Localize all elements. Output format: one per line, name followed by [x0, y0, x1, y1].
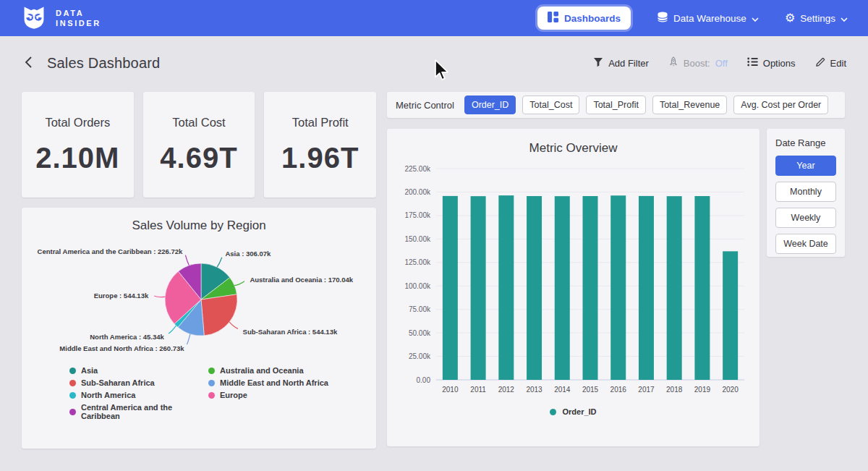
- kpi-row: Total Orders2.10MTotal Cost4.69TTotal Pr…: [22, 92, 376, 198]
- list-icon: [747, 57, 758, 69]
- bar-2019[interactable]: [694, 196, 710, 380]
- chevron-down-icon: [841, 13, 848, 24]
- y-tick-label: 150.00k: [404, 235, 431, 243]
- kpi-value: 2.10M: [35, 142, 119, 174]
- bar-2013[interactable]: [527, 196, 542, 380]
- y-tick-label: 125.00k: [404, 258, 431, 266]
- bar-2016[interactable]: [610, 195, 626, 380]
- pie-chart-title: Sales Volume by Region: [22, 218, 376, 233]
- pie-slice-sub-saharan-africa[interactable]: [201, 294, 237, 336]
- settings-label: Settings: [800, 13, 835, 24]
- bar-2018[interactable]: [667, 196, 682, 380]
- legend-dot: [69, 368, 76, 374]
- pie-label-sub-saharan-africa: Sub-Saharan Africa : 544.13k: [243, 328, 338, 336]
- options-button[interactable]: Options: [747, 57, 796, 69]
- database-icon: [657, 12, 668, 25]
- y-tick-label: 0.00: [417, 376, 431, 384]
- pie-legend: AsiaSub-Saharan AfricaNorth AmericaCentr…: [69, 366, 376, 420]
- boost-toggle[interactable]: Boost: Off: [668, 56, 728, 69]
- leader-line: [169, 326, 176, 334]
- owl-logo-icon: [20, 3, 48, 33]
- leader-line: [229, 322, 238, 328]
- boost-value: Off: [715, 58, 728, 69]
- metric-option-total-cost[interactable]: Total_Cost: [522, 96, 579, 114]
- x-tick-label: 2017: [638, 386, 655, 394]
- metric-overview-card: Metric Overview 0.0025.00k50.00k75.00k10…: [387, 129, 760, 446]
- settings-menu[interactable]: ⚙ Settings: [785, 12, 848, 24]
- legend-dot: [550, 409, 556, 415]
- date-range-option-week-date[interactable]: Week Date: [775, 234, 836, 254]
- y-tick-label: 75.00k: [409, 305, 431, 313]
- edit-label: Edit: [830, 58, 846, 69]
- edit-button[interactable]: Edit: [815, 57, 846, 69]
- legend-dot: [69, 392, 76, 399]
- legend-item-north-america[interactable]: North America: [69, 391, 208, 399]
- leader-line: [154, 296, 165, 297]
- legend-column: AsiaSub-Saharan AfricaNorth AmericaCentr…: [69, 366, 208, 420]
- legend-item-europe[interactable]: Europe: [208, 391, 328, 399]
- bar-2010[interactable]: [443, 196, 458, 380]
- date-range-buttons: YearMonthlyWeeklyWeek Date: [775, 156, 836, 254]
- x-tick-label: 2016: [610, 386, 627, 394]
- brand[interactable]: DATA INSIDER: [20, 3, 101, 33]
- date-range-option-weekly[interactable]: Weekly: [775, 208, 836, 228]
- app-window: DATA INSIDER Dashboards: [0, 0, 868, 471]
- bar-2014[interactable]: [555, 196, 570, 380]
- dashboard-grid-icon: [548, 12, 558, 25]
- bar-2017[interactable]: [639, 196, 654, 380]
- legend-item-australia-and-oceania[interactable]: Australia and Oceania: [208, 366, 328, 375]
- legend-item-middle-east-and-north-africa[interactable]: Middle East and North Africa: [208, 378, 328, 387]
- date-range-option-year[interactable]: Year: [775, 156, 836, 176]
- y-tick-label: 225.00k: [404, 165, 431, 173]
- legend-dot: [69, 409, 76, 415]
- metric-option-order-id[interactable]: Order_ID: [464, 96, 516, 114]
- x-tick-label: 2018: [666, 386, 683, 394]
- pie-chart-svg: Asia : 306.07kAustralia and Oceania : 17…: [22, 233, 376, 366]
- legend-label: North America: [81, 391, 135, 399]
- leader-line: [185, 255, 189, 266]
- bar-2015[interactable]: [583, 196, 598, 380]
- legend-item-central-america-and-the-caribbean[interactable]: Central America and the Caribbean: [69, 403, 208, 420]
- leader-line: [187, 334, 190, 344]
- bar-2011[interactable]: [471, 196, 486, 380]
- y-tick-label: 200.00k: [404, 188, 431, 196]
- kpi-value: 4.69T: [160, 142, 237, 174]
- kpi-label: Total Orders: [45, 116, 110, 130]
- metric-option-total-profit[interactable]: Total_Profit: [586, 96, 646, 114]
- legend-label: Europe: [220, 391, 247, 399]
- page-header: Sales Dashboard Add Filter: [0, 41, 868, 85]
- date-range-panel: Date Range YearMonthlyWeeklyWeek Date: [767, 129, 845, 257]
- back-button[interactable]: [22, 53, 35, 74]
- pie-label-australia-and-oceania: Australia and Oceania : 170.04k: [250, 276, 353, 284]
- data-warehouse-label: Data Warehouse: [673, 13, 746, 24]
- rocket-icon: [668, 56, 678, 69]
- x-tick-label: 2011: [470, 386, 486, 394]
- kpi-label: Total Profit: [292, 116, 349, 130]
- date-range-label: Date Range: [775, 137, 836, 148]
- metric-control-buttons: Order_IDTotal_CostTotal_ProfitTotal_Reve…: [464, 96, 828, 114]
- legend-dot: [208, 392, 215, 399]
- legend-dot: [208, 380, 215, 386]
- bar-2012[interactable]: [498, 195, 514, 380]
- data-warehouse-menu[interactable]: Data Warehouse: [657, 12, 759, 25]
- dashboards-label: Dashboards: [564, 13, 621, 24]
- bar-chart-legend: Order_ID: [387, 407, 760, 416]
- brand-line1: DATA: [56, 8, 101, 18]
- x-tick-label: 2012: [498, 386, 515, 394]
- metric-option-total-revenue[interactable]: Total_Revenue: [652, 96, 727, 114]
- dashboards-button[interactable]: Dashboards: [537, 7, 631, 30]
- legend-label: Central America and the Caribbean: [81, 403, 208, 420]
- sales-volume-card: Sales Volume by Region Asia : 306.07kAus…: [22, 208, 376, 449]
- add-filter-label: Add Filter: [608, 58, 649, 69]
- add-filter-button[interactable]: Add Filter: [593, 57, 649, 69]
- brand-line2: INSIDER: [56, 18, 101, 28]
- legend-item-sub-saharan-africa[interactable]: Sub-Saharan Africa: [69, 378, 208, 387]
- metric-option-avg-cost-per-order[interactable]: Avg. Cost per Order: [733, 96, 828, 114]
- boost-label: Boost:: [684, 58, 710, 69]
- legend-item-asia[interactable]: Asia: [69, 366, 208, 375]
- date-range-option-monthly[interactable]: Monthly: [775, 182, 836, 202]
- bar-2020[interactable]: [723, 251, 738, 380]
- chevron-down-icon: [752, 13, 759, 24]
- pencil-icon: [815, 57, 825, 69]
- leader-line: [217, 258, 222, 267]
